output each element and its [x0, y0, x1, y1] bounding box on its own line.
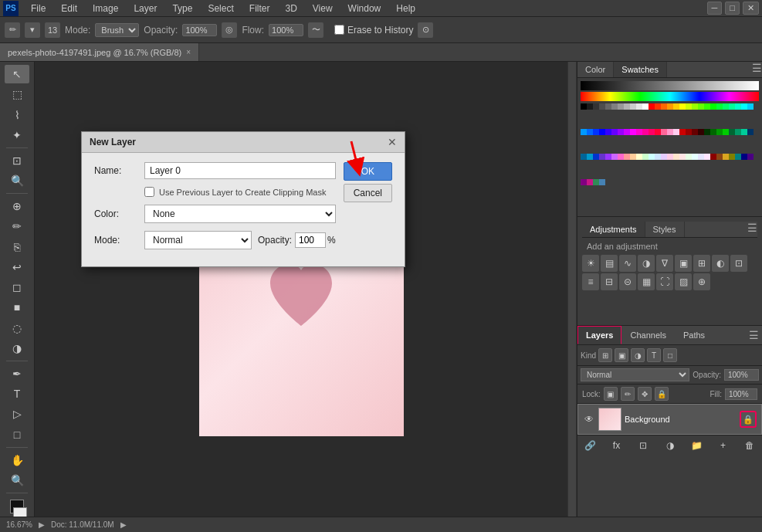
swatch-cell[interactable] — [729, 103, 735, 110]
selective-color-adj-icon[interactable]: ⊕ — [693, 273, 710, 290]
clone-tool[interactable]: ⎘ — [5, 238, 29, 256]
swatch-cell[interactable] — [587, 129, 593, 135]
swatch-cell[interactable] — [667, 154, 673, 160]
swatch-cell[interactable] — [630, 103, 636, 110]
layer-mode-select[interactable]: Normal — [581, 368, 689, 381]
panel-collapse-bar[interactable] — [567, 62, 577, 532]
swatch-cell[interactable] — [611, 129, 618, 135]
swatch-cell[interactable] — [655, 103, 661, 110]
filter-adj-icon[interactable]: ◑ — [631, 348, 645, 362]
link-layers-button[interactable]: 🔗 — [582, 439, 598, 452]
name-input[interactable] — [144, 162, 336, 179]
add-mask-button[interactable]: ⊡ — [635, 439, 651, 452]
type-tool[interactable]: T — [5, 385, 29, 403]
vibrance-adj-icon[interactable]: ∇ — [656, 255, 673, 272]
move-tool[interactable]: ↖ — [5, 65, 29, 83]
adjustments-tab[interactable]: Adjustments — [582, 222, 645, 237]
layers-panel-menu-icon[interactable]: ☰ — [749, 329, 759, 341]
swatch-cell[interactable] — [605, 103, 611, 110]
swatch-cell[interactable] — [649, 103, 655, 110]
swatch-cell[interactable] — [636, 129, 642, 135]
swatch-cell[interactable] — [611, 154, 618, 160]
swatch-cell[interactable] — [642, 103, 649, 110]
swatches-tab[interactable]: Swatches — [614, 62, 667, 77]
swatch-cell[interactable] — [649, 154, 655, 160]
dodge-tool[interactable]: ◑ — [5, 339, 29, 357]
swatch-cell[interactable] — [673, 129, 679, 135]
swatch-cell[interactable] — [655, 154, 661, 160]
swatch-cell[interactable] — [716, 103, 723, 110]
shape-tool[interactable]: □ — [5, 425, 29, 444]
swatch-cell[interactable] — [692, 154, 698, 160]
swatch-cell[interactable] — [710, 129, 716, 135]
layer-lock-icon[interactable]: 🔒 — [740, 411, 757, 428]
swatch-cell[interactable] — [679, 129, 686, 135]
selection-tool[interactable]: ⬚ — [5, 85, 29, 103]
filter-type-icon[interactable]: T — [647, 348, 661, 362]
panel-menu-icon[interactable]: ☰ — [752, 62, 762, 77]
levels-adj-icon[interactable]: ▤ — [601, 255, 618, 272]
swatch-cell[interactable] — [667, 103, 673, 110]
swatch-cell[interactable] — [618, 103, 624, 110]
opacity-input-dialog[interactable] — [295, 232, 326, 248]
exposure-adj-icon[interactable]: ◑ — [638, 255, 655, 272]
gradient-map-adj-icon[interactable]: ▨ — [675, 273, 692, 290]
smoothing-icon[interactable]: 〜 — [308, 22, 323, 38]
swatch-cell[interactable] — [624, 129, 630, 135]
curves-adj-icon[interactable]: ∿ — [619, 255, 636, 272]
filter-kind-icon[interactable]: ⊞ — [598, 348, 612, 362]
swatch-cell[interactable] — [649, 129, 655, 135]
menu-image[interactable]: Image — [90, 3, 121, 14]
clipping-mask-checkbox[interactable] — [144, 187, 154, 197]
opacity-input[interactable] — [182, 24, 217, 36]
airbrush-icon[interactable]: ◎ — [222, 22, 237, 38]
bw-adj-icon[interactable]: ◐ — [712, 255, 729, 272]
close-button[interactable]: ✕ — [743, 2, 759, 15]
swatch-cell[interactable] — [747, 154, 754, 160]
brightness-adj-icon[interactable]: ☀ — [582, 255, 599, 272]
swatch-cell[interactable] — [673, 154, 679, 160]
swatch-cell[interactable] — [741, 129, 747, 135]
swatch-cell[interactable] — [735, 154, 741, 160]
swatch-cell[interactable] — [599, 103, 605, 110]
swatch-cell[interactable] — [735, 129, 741, 135]
channelmixer-adj-icon[interactable]: ≡ — [582, 273, 599, 290]
swatch-cell[interactable] — [599, 129, 605, 135]
swatch-cell[interactable] — [618, 129, 624, 135]
swatch-cell[interactable] — [611, 103, 618, 110]
swatch-cell[interactable] — [686, 129, 692, 135]
swatch-cell[interactable] — [587, 179, 593, 185]
swatch-cell[interactable] — [710, 154, 716, 160]
maximize-button[interactable]: □ — [725, 2, 740, 15]
swatch-cell[interactable] — [624, 154, 630, 160]
menu-view[interactable]: View — [310, 3, 336, 14]
posterize-adj-icon[interactable]: ▦ — [638, 273, 655, 290]
swatch-cell[interactable] — [581, 154, 587, 160]
tool-preset-icon[interactable]: 13 — [45, 22, 60, 38]
swatch-cell[interactable] — [581, 129, 587, 135]
swatch-cell[interactable] — [679, 103, 686, 110]
swatch-cell[interactable] — [661, 129, 667, 135]
swatch-cell[interactable] — [698, 129, 704, 135]
swatch-cell[interactable] — [704, 154, 710, 160]
menu-layer[interactable]: Layer — [130, 3, 160, 14]
menu-window[interactable]: Window — [345, 3, 384, 14]
adj-panel-menu-icon[interactable]: ☰ — [747, 222, 757, 237]
lock-pixels-icon[interactable]: ✏ — [621, 387, 635, 401]
swatch-cell[interactable] — [661, 103, 667, 110]
mode-select[interactable]: Brush — [95, 23, 139, 37]
cancel-button[interactable]: Cancel — [344, 184, 392, 202]
swatch-cell[interactable] — [593, 154, 599, 160]
swatch-cell[interactable] — [636, 154, 642, 160]
invert-adj-icon[interactable]: ⊝ — [619, 273, 636, 290]
menu-help[interactable]: Help — [393, 3, 418, 14]
swatch-cell[interactable] — [692, 103, 698, 110]
path-tool[interactable]: ▷ — [5, 405, 29, 423]
zoom-tool[interactable]: 🔍 — [5, 471, 29, 490]
flow-input[interactable] — [269, 24, 303, 36]
swatch-cell[interactable] — [698, 154, 704, 160]
swatch-cell[interactable] — [679, 154, 686, 160]
fill-input[interactable] — [725, 388, 757, 400]
swatch-cell[interactable] — [735, 103, 741, 110]
crop-tool[interactable]: ⊡ — [5, 151, 29, 170]
